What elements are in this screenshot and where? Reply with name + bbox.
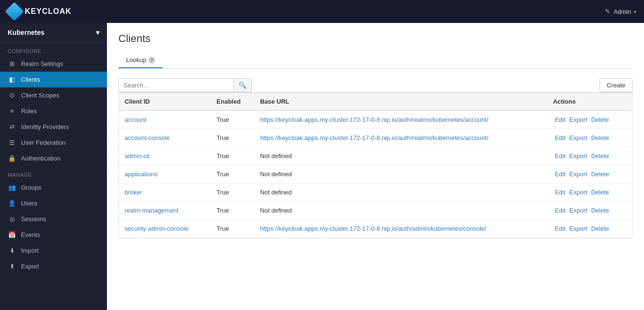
table-body: accountTruehttps://keycloak.apps.my-clus… — [119, 110, 632, 238]
toolbar: 🔍 Create — [118, 78, 633, 92]
action-delete-button[interactable]: Delete — [589, 206, 611, 215]
client-id-link[interactable]: account — [125, 116, 147, 123]
table-row: accountTruehttps://keycloak.apps.my-clus… — [119, 110, 632, 129]
cell-enabled: True — [211, 147, 254, 165]
main-layout: Kubernetes ▾ Configure ⊞ Realm Settings … — [0, 23, 644, 310]
identity-providers-icon: ⇄ — [8, 123, 16, 130]
cell-enabled: True — [211, 165, 254, 183]
col-enabled: Enabled — [211, 93, 254, 111]
create-button[interactable]: Create — [600, 78, 633, 92]
action-export-button[interactable]: Export — [568, 206, 590, 215]
cell-enabled: True — [211, 110, 254, 129]
action-delete-button[interactable]: Delete — [589, 133, 611, 142]
sidebar-item-client-scopes[interactable]: ⊙ Client Scopes — [0, 87, 107, 103]
client-id-link[interactable]: admin-cli — [125, 152, 149, 160]
sidebar-item-sessions[interactable]: ◎ Sessions — [0, 211, 107, 227]
tab-lookup-label: Lookup — [126, 56, 147, 64]
sidebar-item-label: Clients — [21, 76, 40, 83]
tabs-container: Lookup ? — [118, 53, 633, 69]
sessions-icon: ◎ — [8, 215, 16, 223]
action-edit-button[interactable]: Edit — [553, 151, 567, 160]
sidebar-item-label: Export — [21, 263, 39, 270]
sidebar-item-realm-settings[interactable]: ⊞ Realm Settings — [0, 56, 107, 72]
action-delete-button[interactable]: Delete — [589, 224, 611, 233]
sidebar-item-label: User Federation — [21, 139, 65, 146]
sidebar-item-events[interactable]: 📅 Events — [0, 227, 107, 243]
sidebar-item-user-federation[interactable]: ☰ User Federation — [0, 135, 107, 150]
action-export-button[interactable]: Export — [568, 224, 590, 233]
base-url-link[interactable]: https://keycloak.apps.my-cluster.172-17-… — [260, 116, 488, 123]
sidebar-item-roles[interactable]: ≡ Roles — [0, 103, 107, 119]
base-url-link[interactable]: https://keycloak.apps.my-cluster.172-17-… — [260, 225, 486, 232]
action-edit-button[interactable]: Edit — [553, 115, 567, 124]
admin-menu[interactable]: ✎ Admin ▾ — [605, 8, 636, 15]
client-id-link[interactable]: applications — [125, 171, 158, 178]
search-button[interactable]: 🔍 — [233, 79, 252, 92]
sidebar-item-label: Roles — [21, 107, 37, 115]
cell-client-id: broker — [119, 183, 211, 202]
table-row: security-admin-consoleTruehttps://keyclo… — [119, 220, 632, 238]
action-delete-button[interactable]: Delete — [589, 151, 611, 160]
sidebar-item-identity-providers[interactable]: ⇄ Identity Providers — [0, 119, 107, 135]
action-edit-button[interactable]: Edit — [553, 170, 567, 179]
action-edit-button[interactable]: Edit — [553, 224, 567, 233]
clients-table: Client ID Enabled Base URL Actions accou… — [119, 93, 632, 238]
client-id-link[interactable]: broker — [125, 189, 142, 196]
table-row: account-consoleTruehttps://keycloak.apps… — [119, 129, 632, 147]
client-id-link[interactable]: security-admin-console — [125, 225, 189, 232]
groups-icon: 👥 — [8, 184, 16, 191]
action-export-button[interactable]: Export — [568, 151, 590, 160]
cell-client-id: admin-cli — [119, 147, 211, 165]
keycloak-logo-icon — [5, 2, 24, 21]
action-export-button[interactable]: Export — [568, 115, 590, 124]
sidebar-item-authentication[interactable]: 🔒 Authentication — [0, 150, 107, 166]
action-export-button[interactable]: Export — [568, 133, 590, 142]
client-scopes-icon: ⊙ — [8, 92, 16, 99]
cell-enabled: True — [211, 183, 254, 202]
cell-base-url: Not defined — [254, 165, 548, 183]
table-row: applicationsTrueNot definedEditExportDel… — [119, 165, 632, 183]
realm-name: Kubernetes — [8, 29, 44, 36]
sidebar-item-label: Users — [21, 200, 37, 207]
cell-client-id: applications — [119, 165, 211, 183]
sidebar-item-label: Groups — [21, 184, 42, 191]
sidebar-item-users[interactable]: 👤 Users — [0, 195, 107, 211]
manage-section-label: Manage — [0, 166, 107, 180]
help-icon[interactable]: ? — [148, 57, 155, 64]
sidebar-item-label: Realm Settings — [21, 60, 63, 67]
cell-actions: EditExportDelete — [547, 129, 632, 147]
cell-client-id: account-console — [119, 129, 211, 147]
events-icon: 📅 — [8, 231, 16, 238]
cell-enabled: True — [211, 220, 254, 238]
action-delete-button[interactable]: Delete — [589, 170, 611, 179]
search-input[interactable] — [119, 79, 233, 92]
action-delete-button[interactable]: Delete — [589, 188, 611, 197]
client-id-link[interactable]: account-console — [125, 134, 170, 141]
col-base-url: Base URL — [254, 93, 548, 111]
sidebar-item-export[interactable]: ⬆ Export — [0, 258, 107, 274]
sidebar-item-import[interactable]: ⬇ Import — [0, 243, 107, 258]
base-url-link[interactable]: https://keycloak.apps.my-cluster.172-17-… — [260, 134, 488, 141]
action-export-button[interactable]: Export — [568, 170, 590, 179]
sidebar-item-label: Identity Providers — [21, 123, 69, 130]
sidebar-item-clients[interactable]: ◧ Clients — [0, 72, 107, 87]
clients-table-wrapper: Client ID Enabled Base URL Actions accou… — [118, 92, 633, 238]
sidebar-item-groups[interactable]: 👥 Groups — [0, 180, 107, 195]
action-edit-button[interactable]: Edit — [553, 188, 567, 197]
action-delete-button[interactable]: Delete — [589, 115, 611, 124]
cell-base-url: https://keycloak.apps.my-cluster.172-17-… — [254, 220, 548, 238]
client-id-link[interactable]: realm-management — [125, 207, 179, 214]
logo-text: KEYCLOAK — [25, 7, 72, 16]
sidebar-item-label: Client Scopes — [21, 92, 59, 99]
cell-actions: EditExportDelete — [547, 165, 632, 183]
realm-selector[interactable]: Kubernetes ▾ — [0, 23, 107, 43]
cell-base-url: Not defined — [254, 183, 548, 202]
action-export-button[interactable]: Export — [568, 188, 590, 197]
action-edit-button[interactable]: Edit — [553, 133, 567, 142]
action-edit-button[interactable]: Edit — [553, 206, 567, 215]
sidebar-item-label: Events — [21, 231, 40, 238]
col-actions: Actions — [547, 93, 632, 111]
tab-lookup[interactable]: Lookup ? — [118, 53, 163, 68]
cell-base-url: Not defined — [254, 147, 548, 165]
cell-client-id: security-admin-console — [119, 220, 211, 238]
